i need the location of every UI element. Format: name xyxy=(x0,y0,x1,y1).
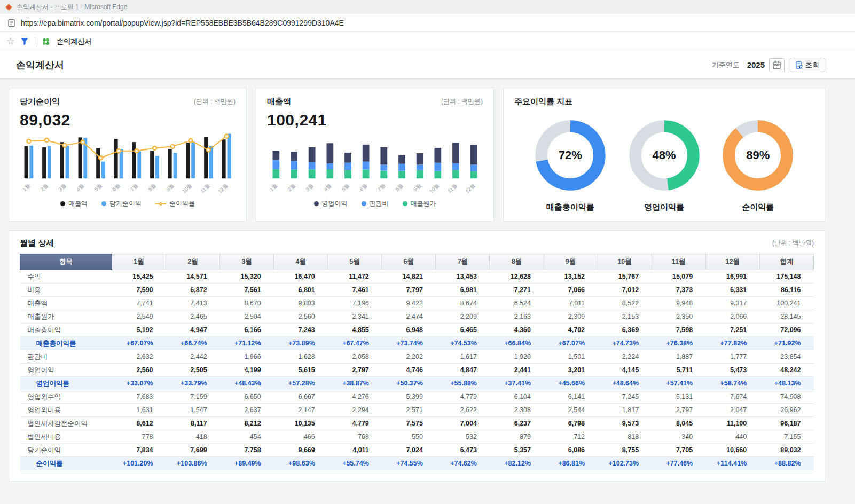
cell-value: 89,032 xyxy=(759,444,813,457)
table-row[interactable]: 순이익률+101.20%+103.86%+89.49%+98.63%+55.74… xyxy=(20,457,814,470)
cell-value: 7,024 xyxy=(382,444,436,457)
cell-value: 1,547 xyxy=(166,404,220,417)
cell-value: 7,011 xyxy=(544,297,598,310)
table-row[interactable]: 법인세차감전순이익8,6128,1178,21210,1354,7797,575… xyxy=(20,417,814,430)
cell-value: +37.41% xyxy=(490,377,544,390)
table-row[interactable]: 매출원가2,5492,4652,5042,5602,3412,4742,2092… xyxy=(20,310,814,324)
cell-value: +57.41% xyxy=(652,377,705,390)
table-row[interactable]: 영업외수익7,6837,1596,6506,6674,2765,3994,779… xyxy=(20,390,814,404)
table-row[interactable]: 매출총이익5,1924,9476,1667,2434,8556,9486,465… xyxy=(20,324,814,337)
column-header[interactable]: 6월 xyxy=(382,254,436,270)
column-header[interactable]: 합계 xyxy=(759,254,813,270)
favorites-bar: ☆ 손익계산서 xyxy=(0,32,855,51)
column-header[interactable]: 9월 xyxy=(544,254,598,270)
cell-value: 1,628 xyxy=(274,350,328,364)
row-label: 매출총이익 xyxy=(20,324,112,337)
row-label: 매출원가 xyxy=(20,310,112,324)
cell-value: 4,947 xyxy=(166,324,220,337)
svg-text:1월: 1월 xyxy=(21,183,32,193)
legend-item[interactable]: 매출액 xyxy=(60,199,88,208)
svg-text:7월: 7월 xyxy=(376,183,387,193)
column-header[interactable]: 2월 xyxy=(166,254,220,270)
monthly-detail-table: 항목1월2월3월4월5월6월7월8월9월10월11월12월합계 수익15,425… xyxy=(20,254,814,470)
donut-chart[interactable]: 89% xyxy=(720,117,796,193)
table-row[interactable]: 비용7,5906,8727,5616,8017,4617,7976,9817,2… xyxy=(20,284,814,297)
legend-item[interactable]: 판관비 xyxy=(362,199,389,208)
cell-value: 1,631 xyxy=(112,404,166,417)
cell-value: +33.07% xyxy=(112,377,166,390)
row-label: 판관비 xyxy=(20,350,112,364)
table-row[interactable]: 당기순이익7,8347,6997,7589,6694,0117,0246,473… xyxy=(20,444,814,457)
column-header[interactable]: 항목 xyxy=(20,254,112,270)
donut-chart[interactable]: 72% xyxy=(532,117,608,193)
cell-value: 14,821 xyxy=(382,270,436,284)
cell-value: +89.49% xyxy=(220,457,274,470)
cell-value: 5,711 xyxy=(652,364,705,377)
cell-value: 4,779 xyxy=(328,417,382,430)
legend-label: 순이익률 xyxy=(169,199,195,208)
cell-value: 6,086 xyxy=(544,444,598,457)
cell-value: 15,425 xyxy=(112,270,166,284)
cell-value: 5,192 xyxy=(112,324,166,337)
cell-value: 7,245 xyxy=(598,390,652,404)
cell-value: 8,522 xyxy=(598,297,652,310)
column-header[interactable]: 3월 xyxy=(220,254,274,270)
cell-value: 15,079 xyxy=(652,270,705,284)
url-text[interactable]: https://epa.bimatrix.com/portal/popupVie… xyxy=(21,19,344,27)
table-header-row: 항목1월2월3월4월5월6월7월8월9월10월11월12월합계 xyxy=(20,254,814,270)
site-info-icon[interactable] xyxy=(7,19,15,27)
table-row[interactable]: 영업외비용1,6311,5472,6372,1472,2942,5712,622… xyxy=(20,404,814,417)
column-header[interactable]: 12월 xyxy=(705,254,759,270)
svg-text:4월: 4월 xyxy=(323,183,333,193)
revenue-chart[interactable]: 1월2월3월4월5월6월7월8월9월10월11월12월 xyxy=(267,130,483,198)
svg-text:5월: 5월 xyxy=(93,183,103,193)
svg-text:3월: 3월 xyxy=(57,183,67,193)
table-row[interactable]: 매출액7,7417,4138,6709,8037,1969,4228,6746,… xyxy=(20,297,814,310)
dot-marker-icon xyxy=(403,201,407,206)
base-year-value[interactable]: 2025 xyxy=(747,60,765,69)
cell-value: 6,473 xyxy=(436,444,490,457)
card-unit: (단위 : 백만원) xyxy=(194,97,236,106)
cell-value: 2,442 xyxy=(166,350,220,364)
cell-value: 2,474 xyxy=(382,310,436,324)
table-row[interactable]: 법인세비용77841845446676855053287971281834044… xyxy=(20,430,814,444)
table-row[interactable]: 영업이익2,5602,5054,1995,6152,7974,7464,8472… xyxy=(20,364,814,377)
legend-item[interactable]: 영업이익 xyxy=(314,199,348,208)
column-header[interactable]: 8월 xyxy=(490,254,544,270)
row-label: 매출총이익률 xyxy=(20,337,112,350)
bookmark-label[interactable]: 손익계산서 xyxy=(57,37,91,46)
table-row[interactable]: 수익15,42514,57115,32016,47011,47214,82113… xyxy=(20,270,814,284)
legend-item[interactable]: 매출원가 xyxy=(403,199,436,208)
search-button[interactable]: 조회 xyxy=(790,58,825,72)
column-header[interactable]: 7월 xyxy=(436,254,490,270)
calendar-button[interactable] xyxy=(769,58,785,72)
cell-value: +50.37% xyxy=(382,377,436,390)
net-income-chart[interactable]: 1월2월3월4월5월6월7월8월9월10월11월12월 xyxy=(20,130,236,198)
column-header[interactable]: 10월 xyxy=(598,254,652,270)
cell-value: 2,309 xyxy=(544,310,598,324)
filter-icon[interactable] xyxy=(21,38,28,45)
table-row[interactable]: 매출총이익률+67.07%+66.74%+71.12%+73.89%+67.47… xyxy=(20,337,814,350)
cell-value: 16,991 xyxy=(705,270,759,284)
legend-item[interactable]: 순이익률 xyxy=(155,199,195,208)
cell-value: 6,465 xyxy=(436,324,490,337)
cell-value: 23,854 xyxy=(759,350,813,364)
cell-value: +114.41% xyxy=(705,457,759,470)
svg-text:7월: 7월 xyxy=(129,183,139,193)
svg-text:6월: 6월 xyxy=(358,183,368,193)
donut-chart[interactable]: 48% xyxy=(626,117,702,193)
bimatrix-logo-icon[interactable] xyxy=(42,37,50,46)
column-header[interactable]: 5월 xyxy=(328,254,382,270)
table-row[interactable]: 영업이익률+33.07%+33.79%+48.43%+57.28%+38.87%… xyxy=(20,377,814,390)
row-label: 당기순이익 xyxy=(20,444,112,457)
column-header[interactable]: 1월 xyxy=(112,254,166,270)
column-header[interactable]: 11월 xyxy=(652,254,705,270)
legend-item[interactable]: 당기순이익 xyxy=(101,199,142,208)
column-header[interactable]: 4월 xyxy=(274,254,328,270)
cell-value: 2,202 xyxy=(382,350,436,364)
cell-value: 1,920 xyxy=(490,350,544,364)
favorite-star-icon[interactable]: ☆ xyxy=(6,37,14,46)
table-row[interactable]: 판관비2,6322,4421,9661,6282,0582,2021,6171,… xyxy=(20,350,814,364)
cell-value: 6,667 xyxy=(274,390,328,404)
address-bar[interactable]: https://epa.bimatrix.com/portal/popupVie… xyxy=(0,14,855,32)
